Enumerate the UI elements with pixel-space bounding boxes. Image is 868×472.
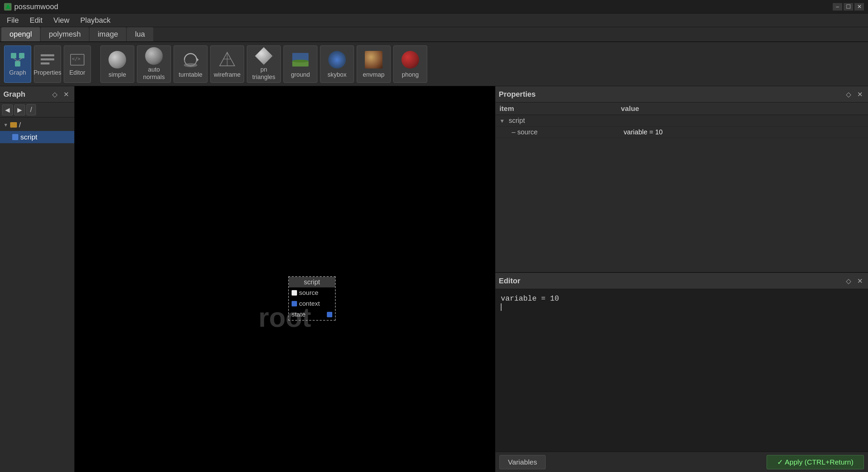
props-row-script[interactable]: ▼ script (495, 115, 868, 127)
graph-close-button[interactable]: ✕ (61, 90, 71, 99)
editor-footer: Variables ✓ Apply (CTRL+Return) (495, 452, 868, 472)
menu-edit[interactable]: Edit (24, 15, 48, 26)
tree-label-root: / (19, 121, 21, 129)
simple-icon (107, 50, 127, 70)
svg-rect-6 (41, 58, 54, 60)
props-row-source[interactable]: – source variable = 10 (495, 127, 868, 138)
tool-wireframe-button[interactable]: wireframe (210, 45, 244, 83)
nav-properties-button[interactable]: Properties (34, 45, 61, 83)
tree-arrow-root: ▼ (3, 122, 8, 128)
graph-panel-header: Graph ◇ ✕ (0, 86, 74, 102)
tab-polymesh[interactable]: polymesh (41, 27, 89, 41)
graph-panel-icons: ◇ ✕ (50, 90, 71, 99)
editor-panel: Editor ◇ ✕ variable = 10 Variables ✓ App… (495, 273, 868, 472)
tab-opengl[interactable]: opengl (1, 27, 40, 41)
tool-phong-label: phong (402, 71, 419, 79)
tool-skybox-label: skybox (328, 71, 347, 79)
properties-close-button[interactable]: ✕ (855, 90, 865, 99)
tool-simple-label: simple (108, 71, 126, 79)
nav-graph-button[interactable]: Graph (4, 45, 31, 83)
tool-phong-button[interactable]: phong (393, 45, 427, 83)
menu-file[interactable]: File (1, 15, 24, 26)
tool-envmap-button[interactable]: envmap (357, 45, 391, 83)
svg-rect-7 (41, 62, 50, 64)
tool-simple-button[interactable]: simple (100, 45, 134, 83)
tool-skybox-button[interactable]: skybox (320, 45, 354, 83)
tool-envmap-label: envmap (363, 71, 384, 79)
props-value-source: variable = 10 (624, 128, 864, 136)
editor-cursor (501, 303, 501, 311)
menu-view[interactable]: View (48, 15, 75, 26)
nav-editor-label: Editor (69, 69, 85, 77)
svg-rect-1 (19, 53, 24, 58)
tool-pntriangles-button[interactable]: pn triangles (247, 45, 281, 83)
editor-panel-title: Editor (499, 277, 520, 285)
window-controls[interactable]: – ☐ ✕ (833, 3, 864, 11)
svg-rect-2 (15, 61, 20, 67)
tool-wireframe-label: wireframe (214, 71, 240, 79)
svg-text:</>: </> (72, 56, 80, 61)
port-dot-source (292, 290, 297, 296)
tabs-bar: opengl polymesh image lua (0, 27, 868, 42)
envmap-icon (363, 50, 384, 70)
close-button[interactable]: ✕ (854, 3, 864, 11)
script-icon (12, 134, 18, 140)
tree-item-root[interactable]: ▼ / (0, 119, 74, 131)
graph-panel-title: Graph (3, 90, 25, 99)
tool-autonormals-label: auto normals (139, 66, 169, 81)
properties-pin-button[interactable]: ◇ (844, 90, 853, 99)
apply-button[interactable]: ✓ Apply (CTRL+Return) (767, 455, 864, 469)
properties-panel-title: Properties (499, 90, 536, 99)
tool-turntable-button[interactable]: turntable (174, 45, 208, 83)
tool-pntriangles-label: pn triangles (249, 66, 279, 81)
editor-panel-header: Editor ◇ ✕ (495, 273, 868, 289)
variables-button[interactable]: Variables (499, 455, 546, 469)
tool-ground-button[interactable]: ground (283, 45, 317, 83)
maximize-button[interactable]: ☐ (844, 3, 853, 11)
graph-panel: Graph ◇ ✕ ◀ ▶ / ▼ / script (0, 86, 75, 472)
tree-item-script[interactable]: script (0, 131, 74, 143)
menu-playback[interactable]: Playback (75, 15, 116, 26)
tool-ground-label: ground (291, 71, 310, 79)
phong-icon (400, 50, 420, 70)
ground-icon (290, 50, 311, 70)
tool-autonormals-button[interactable]: auto normals (137, 45, 171, 83)
properties-panel-icons: ◇ ✕ (844, 90, 865, 99)
graph-forward-button[interactable]: ▶ (14, 105, 25, 115)
editor-content[interactable]: variable = 10 (495, 289, 868, 452)
menu-bar: File Edit View Playback (0, 14, 868, 27)
props-header-value: value (621, 105, 864, 113)
script-node-port-source: source (289, 287, 335, 298)
graph-back-button[interactable]: ◀ (2, 105, 13, 115)
properties-table-header: item value (495, 102, 868, 115)
script-node-port-context: context (289, 298, 335, 309)
port-dot-state (327, 312, 332, 317)
tab-lua[interactable]: lua (127, 27, 153, 41)
svg-marker-12 (197, 58, 199, 62)
port-label-state: state (292, 311, 305, 318)
nav-editor-button[interactable]: </> Editor (64, 45, 91, 83)
minimize-button[interactable]: – (833, 3, 842, 11)
properties-panel: Properties ◇ ✕ item value ▼ script (495, 86, 868, 273)
graph-breadcrumb: / (26, 104, 36, 115)
wireframe-icon (217, 50, 237, 70)
script-node-port-state: state (289, 309, 335, 320)
app-title: possumwood (14, 2, 830, 11)
graph-tree: ▼ / script (0, 117, 74, 472)
tab-image[interactable]: image (90, 27, 126, 41)
port-dot-context (292, 301, 297, 306)
source-indent: – (512, 128, 515, 136)
props-header-item: item (499, 105, 621, 113)
editor-panel-icons: ◇ ✕ (844, 276, 865, 286)
script-node[interactable]: script source context state (288, 276, 336, 321)
graph-nav: ◀ ▶ / (0, 102, 74, 117)
editor-close-button[interactable]: ✕ (855, 276, 865, 286)
editor-code: variable = 10 (501, 295, 559, 303)
svg-rect-5 (41, 54, 54, 56)
graph-pin-button[interactable]: ◇ (50, 90, 59, 99)
canvas-area[interactable]: root script source context state (75, 86, 495, 472)
tree-label-script: script (20, 133, 37, 141)
graph-nav-icon (9, 52, 26, 68)
editor-pin-button[interactable]: ◇ (844, 276, 853, 286)
pntriangles-icon (254, 47, 274, 65)
